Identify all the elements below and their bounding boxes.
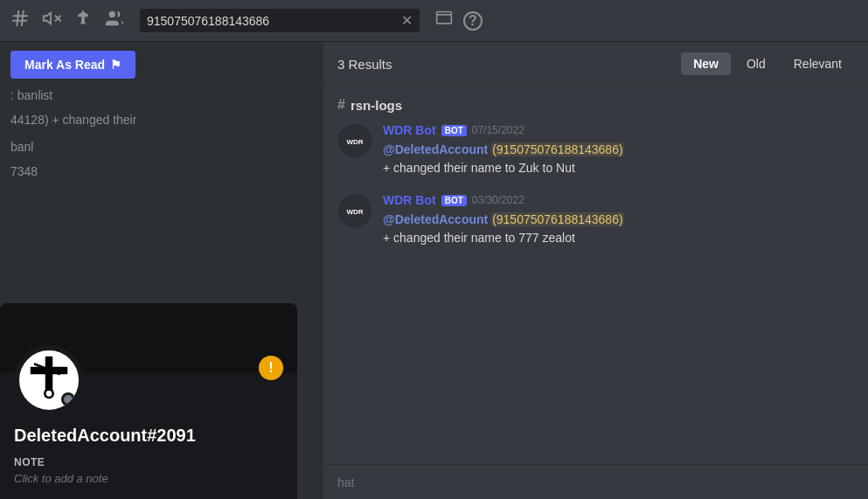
result-message-1: + changed their name to Zuk to Nut xyxy=(383,161,575,175)
chat-line-4: 7348 xyxy=(10,163,313,181)
svg-point-2 xyxy=(109,11,115,17)
search-clear-button[interactable]: ✕ xyxy=(401,12,413,29)
search-input[interactable] xyxy=(147,14,394,28)
highlight-2: (915075076188143686) xyxy=(491,212,623,226)
result-avatar-2: WDR xyxy=(337,193,372,228)
result-timestamp-2: 03/30/2022 xyxy=(472,194,524,206)
search-bar[interactable]: ✕ xyxy=(140,9,420,32)
result-timestamp-1: 07/15/2022 xyxy=(472,124,524,136)
flag-icon: ⚑ xyxy=(110,58,122,72)
filter-tab-relevant[interactable]: Relevant xyxy=(781,52,854,75)
svg-point-8 xyxy=(46,391,52,397)
pin-icon[interactable] xyxy=(73,9,93,32)
mark-as-read-button[interactable]: Mark As Read ⚑ xyxy=(10,51,135,79)
result-body-2: WDR Bot BOT 03/30/2022 @DeletedAccount (… xyxy=(383,193,854,247)
wdr-bot-avatar-2-icon: WDR xyxy=(337,193,372,228)
results-count: 3 Results xyxy=(337,57,392,72)
channel-name: rsn-logs xyxy=(351,98,402,113)
result-avatar-1: WDR xyxy=(337,123,372,158)
help-icon[interactable]: ? xyxy=(463,11,483,31)
filter-tab-new[interactable]: New xyxy=(681,52,731,75)
chat-line-3: banl xyxy=(10,139,313,156)
channel-icons xyxy=(10,9,131,32)
left-panel: Mark As Read ⚑ : banlist 44128) + change… xyxy=(0,42,323,499)
result-message-2: + changed their name to 777 zealot xyxy=(383,231,575,245)
hashtag-icon[interactable] xyxy=(10,9,30,32)
chat-bottom-bar: hat xyxy=(323,464,868,499)
filter-tab-old[interactable]: Old xyxy=(734,52,778,75)
result-text-2: @DeletedAccount (915075076188143686) + c… xyxy=(383,211,854,247)
members-icon[interactable] xyxy=(105,9,124,32)
profile-info: DeletedAccount#2091 NOTE Click to add a … xyxy=(0,415,297,499)
result-username-2: WDR Bot xyxy=(383,193,436,207)
filter-tabs: New Old Relevant xyxy=(681,52,854,75)
right-panel: 3 Results New Old Relevant # rsn-logs WD… xyxy=(323,42,868,499)
result-item-2: WDR WDR Bot BOT 03/30/2022 @DeletedAccou… xyxy=(337,193,854,247)
wdr-bot-avatar-icon: WDR xyxy=(337,123,372,158)
result-item-1: WDR WDR Bot BOT 07/15/2022 @DeletedAccou… xyxy=(337,123,854,177)
svg-text:WDR: WDR xyxy=(346,138,363,146)
results-content: # rsn-logs WDR WDR Bot BOT 07/15/2022 xyxy=(323,87,868,464)
main-layout: Mark As Read ⚑ : banlist 44128) + change… xyxy=(0,42,868,499)
result-meta-2: WDR Bot BOT 03/30/2022 xyxy=(383,193,854,207)
status-indicator xyxy=(61,392,75,406)
window-icon[interactable] xyxy=(435,10,453,31)
top-bar-right: ? xyxy=(435,10,483,31)
chat-bottom-text: hat xyxy=(337,475,354,489)
chat-line-1: : banlist xyxy=(10,87,313,105)
bot-badge-2: BOT xyxy=(441,195,467,206)
result-body-1: WDR Bot BOT 07/15/2022 @DeletedAccount (… xyxy=(383,123,854,177)
channel-hashtag-icon: # xyxy=(337,97,345,113)
result-meta-1: WDR Bot BOT 07/15/2022 xyxy=(383,123,854,137)
result-username-1: WDR Bot xyxy=(383,123,436,137)
highlight-1: (915075076188143686) xyxy=(491,142,623,156)
mention-1: @DeletedAccount xyxy=(383,142,488,156)
bot-badge-1: BOT xyxy=(441,125,467,136)
chat-line-2: 44128) + changed their xyxy=(10,112,313,129)
profile-note-label: NOTE xyxy=(14,456,283,468)
avatar xyxy=(14,345,84,415)
mute-icon[interactable] xyxy=(42,9,61,32)
result-text-1: @DeletedAccount (915075076188143686) + c… xyxy=(383,141,854,177)
profile-note-input[interactable]: Click to add a note xyxy=(14,472,283,485)
svg-rect-3 xyxy=(437,12,452,24)
mark-as-read-label: Mark As Read xyxy=(24,58,105,72)
mention-2: @DeletedAccount xyxy=(383,212,488,226)
warning-badge: ! xyxy=(259,356,283,380)
chat-messages: : banlist 44128) + changed their banl 73… xyxy=(0,87,323,180)
profile-avatar-area: ! xyxy=(0,338,297,415)
profile-card: ! DeletedAccount#2091 NOTE Click to add … xyxy=(0,303,297,499)
channel-group-label: # rsn-logs xyxy=(337,97,854,113)
profile-username: DeletedAccount#2091 xyxy=(14,426,283,446)
results-header: 3 Results New Old Relevant xyxy=(323,42,868,87)
svg-text:WDR: WDR xyxy=(346,208,363,216)
top-bar: ✕ ? xyxy=(0,0,868,42)
